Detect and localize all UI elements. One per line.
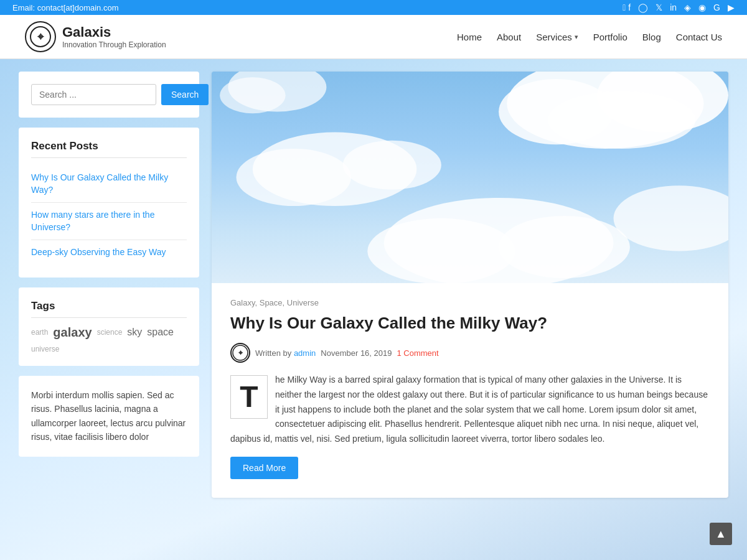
tag-universe[interactable]: universe [31,345,59,353]
article-categories: Galaxy, Space, Universe [230,298,710,307]
article-card: Galaxy, Space, Universe Why Is Our Galax… [212,72,728,498]
drop-cap: T [230,375,268,419]
facebook-icon[interactable]:  f [622,2,631,12]
recent-posts-title: Recent Posts [31,140,187,158]
logo-icon: ⌖ [25,21,56,52]
logo-area: ⌖ Galaxis Innovation Through Exploration [25,21,166,52]
youtube-icon[interactable]: ▶ [728,2,735,12]
site-tagline: Innovation Through Exploration [62,40,166,49]
email-text: Email: contact[at]domain.com [12,3,119,12]
author-avatar: ⌖ [230,343,250,363]
social-icons-bar:  f ◯ 𝕏 in ◈ ◉ G ▶ [622,2,735,12]
site-header: ⌖ Galaxis Innovation Through Exploration… [0,15,747,59]
nav-home[interactable]: Home [457,32,482,42]
search-widget: Search [19,72,199,118]
nav-services-label[interactable]: Services [536,32,572,42]
twitter-icon[interactable]: 𝕏 [655,2,662,12]
top-bar: Email: contact[at]domain.com  f ◯ 𝕏 in … [0,0,747,15]
linkedin-icon[interactable]: in [670,2,677,12]
article-body-text: he Milky Way is a barred spiral galaxy f… [230,375,708,444]
search-button[interactable]: Search [161,84,209,105]
pinterest-icon[interactable]: ◈ [684,2,691,12]
article-comments[interactable]: 1 Comment [397,348,439,358]
nav-blog[interactable]: Blog [642,32,661,42]
recent-post-1[interactable]: Why Is Our Galaxy Called the Milky Way? [31,166,187,203]
instagram-icon[interactable]: ◯ [638,2,648,12]
content-area: Galaxy, Space, Universe Why Is Our Galax… [212,72,728,498]
tags-title: Tags [31,300,187,318]
svg-text:⌖: ⌖ [238,348,243,357]
sidebar: Search Recent Posts Why Is Our Galaxy Ca… [19,72,199,498]
search-input[interactable] [31,84,156,105]
main-nav: Home About Services ▾ Portfolio Blog Con… [457,32,722,42]
svg-point-12 [499,216,630,278]
article-body: Galaxy, Space, Universe Why Is Our Galax… [212,283,728,498]
tags-widget: Tags earth galaxy science sky space univ… [19,287,199,366]
tag-science[interactable]: science [97,328,123,337]
recent-post-2[interactable]: How many stars are there in the Universe… [31,203,187,240]
svg-point-9 [343,141,441,190]
tag-space[interactable]: space [147,327,174,338]
sidebar-bottom-text: Morbi interdum mollis sapien. Sed ac ris… [31,388,187,444]
svg-point-15 [220,77,285,113]
article-written-by: Written by admin [255,348,316,358]
svg-point-11 [367,218,515,283]
svg-text:⌖: ⌖ [37,30,44,43]
chevron-down-icon: ▾ [575,33,578,41]
scroll-top-icon: ▲ [715,528,726,541]
article-content: T he Milky Way is a barred spiral galaxy… [230,373,710,447]
main-container: Search Recent Posts Why Is Our Galaxy Ca… [0,59,747,510]
search-row: Search [31,84,187,105]
article-date: November 16, 2019 [321,348,392,358]
recent-post-3[interactable]: Deep-sky Observing the Easy Way [31,240,187,265]
tag-galaxy[interactable]: galaxy [53,325,92,340]
recent-posts-widget: Recent Posts Why Is Our Galaxy Called th… [19,128,199,278]
nav-services-dropdown[interactable]: Services ▾ [536,32,578,42]
svg-point-6 [548,91,695,149]
wordpress-icon[interactable]: ◉ [698,2,706,12]
svg-point-8 [237,149,351,206]
tag-earth[interactable]: earth [31,328,48,337]
logo-text: Galaxis Innovation Through Exploration [62,24,166,49]
google-icon[interactable]: G [713,2,720,12]
sidebar-bottom-widget: Morbi interdum mollis sapien. Sed ac ris… [19,376,199,457]
scroll-to-top-button[interactable]: ▲ [710,523,732,545]
article-title: Why Is Our Galaxy Called the Milky Way? [230,314,710,333]
nav-about[interactable]: About [497,32,521,42]
site-name: Galaxis [62,24,166,40]
tags-cloud: earth galaxy science sky space universe [31,325,187,353]
article-meta: ⌖ Written by admin November 16, 2019 1 C… [230,343,710,363]
article-hero-image [212,72,728,283]
author-link[interactable]: admin [294,348,316,358]
nav-portfolio[interactable]: Portfolio [593,32,627,42]
tag-sky[interactable]: sky [127,327,142,338]
nav-contact[interactable]: Contact Us [676,32,722,42]
read-more-button[interactable]: Read More [230,457,298,479]
